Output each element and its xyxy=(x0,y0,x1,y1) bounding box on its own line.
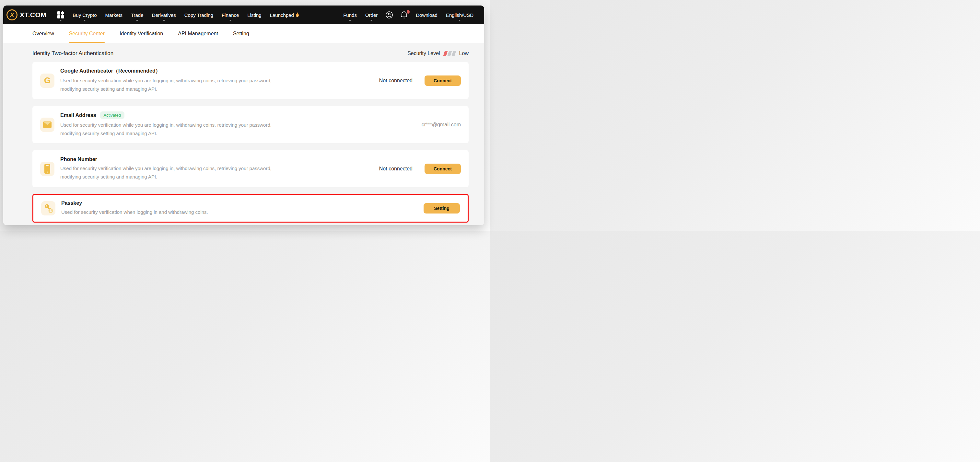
nav-item-finance[interactable]: Finance xyxy=(218,5,243,24)
nav-item-listing[interactable]: Listing xyxy=(243,5,266,24)
phone-number-card: Phone Number Used for security verificat… xyxy=(32,150,469,187)
page-title: Identity Two-factor Authentication xyxy=(32,50,113,57)
nav-label: Trade xyxy=(131,12,143,18)
main-nav: Buy Crypto Markets Trade Derivatives Cop… xyxy=(53,5,304,24)
card-text: Email Address Activated Used for securit… xyxy=(60,111,287,138)
account-button[interactable] xyxy=(382,5,397,24)
card-description: Used for security verification while you… xyxy=(60,164,287,181)
chevron-down-icon xyxy=(83,20,86,21)
passkey-key-icon xyxy=(41,201,56,216)
passkey-setting-button[interactable]: Setting xyxy=(423,203,460,213)
xt-logo-text: XT.COM xyxy=(20,11,46,19)
passkey-card-highlighted: Passkey Used for security verification w… xyxy=(32,194,469,222)
tab-identity-verification[interactable]: Identity Verification xyxy=(119,24,163,43)
status-text: Not connected xyxy=(379,166,412,172)
activated-badge: Activated xyxy=(100,111,124,119)
card-title: Passkey xyxy=(61,200,82,206)
nav-item-download[interactable]: Download xyxy=(412,5,442,24)
nav-item-buy-crypto[interactable]: Buy Crypto xyxy=(68,5,101,24)
nav-label: Markets xyxy=(105,12,123,18)
nav-label: Finance xyxy=(222,12,239,18)
card-text: Phone Number Used for security verificat… xyxy=(60,157,287,181)
card-text: Passkey Used for security verification w… xyxy=(61,200,288,216)
notification-dot xyxy=(407,10,410,14)
card-text: Google Authenticator（Recommended） Used f… xyxy=(60,68,287,93)
phone-icon xyxy=(40,162,54,176)
language-currency-selector[interactable]: English/USD xyxy=(442,5,478,24)
apps-grid-icon xyxy=(57,11,64,19)
card-description: Used for security verification while you… xyxy=(60,76,287,93)
connect-google-authenticator-button[interactable]: Connect xyxy=(425,76,461,86)
security-level-label: Security Level xyxy=(407,51,440,56)
connect-phone-button[interactable]: Connect xyxy=(425,164,461,174)
nav-label: English/USD xyxy=(446,12,474,18)
chevron-down-icon xyxy=(349,20,351,21)
nav-item-funds[interactable]: Funds xyxy=(339,5,361,24)
tab-overview[interactable]: Overview xyxy=(32,24,54,43)
tab-api-management[interactable]: API Management xyxy=(178,24,218,43)
masked-email-value: cr***@gmail.com xyxy=(422,122,461,128)
nav-item-copy-trading[interactable]: Copy Trading xyxy=(180,5,218,24)
xt-logo-icon: X xyxy=(6,10,18,21)
security-level-bars xyxy=(444,51,455,56)
nav-label: Derivatives xyxy=(152,12,176,18)
notifications-button[interactable] xyxy=(397,5,412,24)
xt-logo[interactable]: X XT.COM xyxy=(6,10,46,21)
user-nav: Funds Order Download xyxy=(339,5,478,24)
top-navbar: X XT.COM Buy Crypto Markets Trade xyxy=(3,5,484,24)
user-profile-icon xyxy=(385,11,393,19)
chevron-down-icon xyxy=(163,20,165,21)
security-level-value: Low xyxy=(459,51,469,56)
card-description: Used for security verification when logg… xyxy=(61,208,288,216)
nav-item-trade[interactable]: Trade xyxy=(127,5,148,24)
account-tabs: Overview Security Center Identity Verifi… xyxy=(3,24,484,43)
nav-item-order[interactable]: Order xyxy=(361,5,382,24)
google-authenticator-card: G Google Authenticator（Recommended） Used… xyxy=(32,62,469,99)
chevron-down-icon xyxy=(59,20,62,21)
nav-item-launchpad[interactable]: Launchpad xyxy=(266,5,304,24)
google-authenticator-icon: G xyxy=(40,73,54,88)
tab-security-center[interactable]: Security Center xyxy=(69,24,105,43)
email-address-card: Email Address Activated Used for securit… xyxy=(32,106,469,143)
nav-label: Download xyxy=(416,12,438,18)
nav-label: Order xyxy=(365,12,377,18)
status-text: Not connected xyxy=(379,78,412,84)
nav-label: Funds xyxy=(343,12,357,18)
card-title: Email Address xyxy=(60,113,96,118)
card-title: Google Authenticator（Recommended） xyxy=(60,68,161,75)
tab-setting[interactable]: Setting xyxy=(233,24,249,43)
page-header: Identity Two-factor Authentication Secur… xyxy=(32,50,469,57)
email-icon xyxy=(40,117,54,132)
chevron-down-icon xyxy=(458,20,461,21)
nav-label: Launchpad xyxy=(270,12,294,18)
security-level-indicator: Security Level Low xyxy=(407,51,469,56)
nav-item-markets[interactable]: Markets xyxy=(101,5,127,24)
nav-label: Listing xyxy=(247,12,261,18)
apps-grid-menu[interactable] xyxy=(53,5,68,24)
app-window: X XT.COM Buy Crypto Markets Trade xyxy=(3,5,484,225)
chevron-down-icon xyxy=(370,20,373,21)
card-title: Phone Number xyxy=(60,157,97,162)
security-center-content: Identity Two-factor Authentication Secur… xyxy=(3,43,484,225)
card-description: Used for security verification while you… xyxy=(60,121,287,138)
chevron-down-icon xyxy=(136,20,138,21)
flame-icon xyxy=(295,12,299,17)
nav-item-derivatives[interactable]: Derivatives xyxy=(148,5,180,24)
chevron-down-icon xyxy=(229,20,232,21)
nav-label: Buy Crypto xyxy=(73,12,97,18)
nav-label: Copy Trading xyxy=(185,12,213,18)
